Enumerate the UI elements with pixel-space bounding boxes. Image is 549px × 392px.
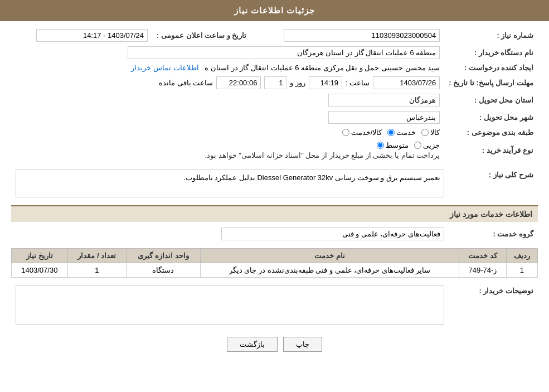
radio-jozi[interactable]: جزیی	[414, 141, 440, 149]
table-row: ایجاد کننده درخواست : سید محسن حسینی حمل…	[11, 61, 538, 74]
eijadKonande-text: سید محسن حسینی حمل و نقل مرکزی منطقه 6 ع…	[205, 64, 440, 72]
col-vahed: واحد اندازه گیری	[127, 249, 201, 263]
taarikhelan-input[interactable]	[36, 29, 148, 42]
kala-khadamat-radio[interactable]	[342, 129, 349, 136]
radio-kala[interactable]: کالا	[421, 128, 440, 137]
table-row: نوع فرآیند خرید : جزیی متوسط پرداخت تمام…	[11, 139, 538, 162]
info-table: شماره نیاز : تاریخ و ساعت اعلان عمومی : …	[11, 27, 538, 162]
sharhKolli-label: شرح کلی نیاز :	[449, 167, 538, 200]
tabaqe-value: کالا خدمت کالا/خدمت	[11, 126, 444, 139]
cell-vahed: دستگاه	[127, 263, 201, 278]
groheKhadamat-value	[11, 225, 449, 243]
mohlatErsal-value: ساعت : روز و ساعت باقی مانده	[11, 74, 444, 91]
khadamat-radio[interactable]	[387, 129, 395, 136]
taarikhelan-label: تاریخ و ساعت اعلان عمومی :	[152, 27, 251, 44]
saat-input[interactable]	[309, 76, 342, 89]
khadamat-radio-label: خدمت	[396, 128, 416, 137]
shomareNiaz-input[interactable]	[284, 29, 440, 42]
col-tarikh: تاریخ نیاز	[12, 249, 68, 263]
ostan-label: استان محل تحویل :	[444, 91, 538, 109]
sharhKolli-box: تعمیر سیستم برق و سوخت رسانی Diessel Gen…	[16, 170, 444, 197]
noFarayand-desc: پرداخت تمام یا بخشی از مبلغ خریدار از مح…	[16, 151, 440, 159]
namDastgah-label: نام دستگاه خریدار :	[444, 44, 538, 61]
shahr-input[interactable]	[328, 111, 440, 124]
sharh-table: شرح کلی نیاز : تعمیر سیستم برق و سوخت رس…	[11, 167, 538, 200]
table-row: گروه خدمت :	[11, 225, 538, 243]
kala-khadamat-label: کالا/خدمت	[351, 128, 382, 137]
cell-radif: 1	[506, 263, 537, 278]
noFarayand-value: جزیی متوسط پرداخت تمام یا بخشی از مبلغ خ…	[11, 139, 444, 162]
radio-kala-khadamat[interactable]: کالا/خدمت	[342, 128, 382, 137]
tosihKharidar-textarea[interactable]	[16, 285, 444, 325]
motaveset-radio[interactable]	[377, 142, 384, 149]
sharhKolli-text: تعمیر سیستم برق و سوخت رسانی Diessel Gen…	[183, 173, 440, 182]
ostan-input[interactable]	[328, 94, 440, 107]
print-button[interactable]: چاپ	[283, 337, 322, 352]
table-row: مهلت ارسال پاسخ: تا تاریخ : ساعت : روز و…	[11, 74, 538, 91]
roozVa-label: روز و	[290, 79, 305, 87]
radio-motaveset[interactable]: متوسط	[377, 141, 409, 149]
table-row: طبقه بندی موضوعی : کالا خدمت کالا/خدمت	[11, 126, 538, 139]
tamas-kharidar-link[interactable]: اطلاعات تماس خریدار	[131, 64, 198, 72]
grohe-table: گروه خدمت :	[11, 225, 538, 243]
sharhKolli-label-text: شرح کلی نیاز :	[489, 171, 533, 179]
saatBaghiMande-label: ساعت باقی مانده	[159, 79, 213, 87]
saatBaghiMande-input[interactable]	[216, 76, 261, 89]
table-header-row: ردیف کد خدمت نام خدمت واحد اندازه گیری ت…	[12, 249, 538, 263]
button-row: چاپ بازگشت	[11, 337, 538, 352]
noFarayand-label: نوع فرآیند خرید :	[444, 139, 538, 162]
back-button[interactable]: بازگشت	[227, 337, 278, 352]
main-content: شماره نیاز : تاریخ و ساعت اعلان عمومی : …	[0, 21, 549, 363]
ostan-value	[11, 91, 444, 109]
shahr-label: شهر محل تحویل :	[444, 109, 538, 126]
col-tedad: تعداد / مقدار	[67, 249, 126, 263]
table-row: نام دستگاه خریدار :	[11, 44, 538, 61]
cell-name: سایر فعالیت‌های حرفه‌ای، علمی و فنی طبقه…	[200, 263, 459, 278]
eijadKonande-value: سید محسن حسینی حمل و نقل مرکزی منطقه 6 ع…	[11, 61, 444, 74]
cell-tarikh: 1403/07/30	[12, 263, 68, 278]
table-row: توضیحات خریدار :	[11, 283, 538, 328]
tabaqe-label: طبقه بندی موضوعی :	[444, 126, 538, 139]
shomareNiaz-label: شماره نیاز :	[444, 27, 538, 44]
page-header: جزئیات اطلاعات نیاز	[0, 0, 549, 21]
tosih-table: توضیحات خریدار :	[11, 283, 538, 328]
page-wrapper: جزئیات اطلاعات نیاز شماره نیاز : تاریخ و…	[0, 0, 549, 392]
namDastgah-value	[11, 44, 444, 61]
table-row: استان محل تحویل :	[11, 91, 538, 109]
cell-tedad: 1	[67, 263, 126, 278]
groheKhadamat-input[interactable]	[221, 228, 444, 240]
saat-label: ساعت :	[346, 79, 370, 87]
tosihKharidar-value	[11, 283, 449, 328]
tosihKharidar-label: توضیحات خریدار :	[449, 283, 538, 328]
tarikh-input[interactable]	[373, 76, 440, 89]
header-title: جزئیات اطلاعات نیاز	[234, 6, 315, 15]
radio-khadamat[interactable]: خدمت	[387, 128, 416, 137]
motaveset-label: متوسط	[386, 141, 409, 149]
kala-radio[interactable]	[421, 129, 429, 136]
taarikhelan-value	[11, 27, 152, 44]
col-name: نام خدمت	[200, 249, 459, 263]
rooz-input[interactable]	[264, 76, 286, 89]
cell-kod: ز-74-749	[459, 263, 506, 278]
tosihKharidar-label-text: توضیحات خریدار :	[479, 287, 533, 295]
shomareNiaz-value	[251, 27, 444, 44]
table-row: شرح کلی نیاز : تعمیر سیستم برق و سوخت رس…	[11, 167, 538, 200]
mohlatErsal-label: مهلت ارسال پاسخ: تا تاریخ :	[444, 74, 538, 91]
khadamat-section-header: اطلاعات خدمات مورد نیاز	[11, 205, 538, 222]
jozi-radio[interactable]	[414, 142, 421, 149]
col-kod: کد خدمت	[459, 249, 506, 263]
col-radif: ردیف	[506, 249, 537, 263]
table-row: شماره نیاز : تاریخ و ساعت اعلان عمومی :	[11, 27, 538, 44]
groheKhadamat-label: گروه خدمت :	[449, 225, 538, 243]
services-table: ردیف کد خدمت نام خدمت واحد اندازه گیری ت…	[11, 248, 538, 278]
table-row: 1 ز-74-749 سایر فعالیت‌های حرفه‌ای، علمی…	[12, 263, 538, 278]
jozi-label: جزیی	[423, 141, 440, 149]
sharhKolli-value: تعمیر سیستم برق و سوخت رسانی Diessel Gen…	[11, 167, 449, 200]
shahr-value	[11, 109, 444, 126]
kala-label: کالا	[430, 128, 440, 137]
eijadKonande-label: ایجاد کننده درخواست :	[444, 61, 538, 74]
namDastgah-input[interactable]	[128, 46, 440, 59]
table-row: شهر محل تحویل :	[11, 109, 538, 126]
